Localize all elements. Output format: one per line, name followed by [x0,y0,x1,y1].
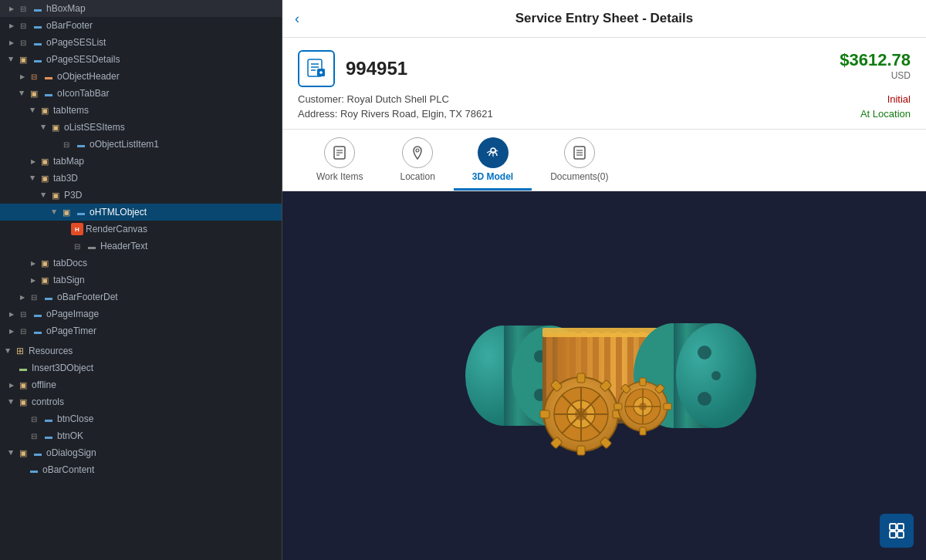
tree-item-oPageSESDetails[interactable]: ▶ ▣ ▬ oPageSESDetails [0,51,282,68]
arrow-hBoxMap: ▶ [6,3,17,14]
currency: USD [840,70,911,81]
tab-3d-model[interactable]: 3D Model [454,130,532,191]
tree-item-Insert3DObject[interactable]: ▶ ▬ Insert3DObject [0,359,282,376]
label-oObjectListItem1: oObjectListItem1 [90,139,159,150]
tabs-bar: Work Items Location 3D Model [282,130,926,191]
icon2-oObjectListItem1: ▬ [75,138,87,150]
label-controls: controls [32,396,64,407]
detail-title: Service Entry Sheet - Details [515,11,694,26]
icon2-oBarFooter: ▬ [32,19,44,32]
icon-oHTMLObject: ▣ [60,206,73,218]
label-btnClose: btnClose [57,413,93,424]
svg-rect-66 [614,403,622,410]
label-offline: offline [32,380,56,390]
svg-rect-63 [640,378,646,386]
arrow-resources: ▶ [3,346,14,356]
icon2-oPageSESDetails: ▬ [32,53,44,66]
detail-header: ‹ Service Entry Sheet - Details [282,0,926,38]
tree-item-oPageTimer[interactable]: ▶ ⊟ ▬ oPageTimer [0,322,282,339]
icon2-oObjectHeader: ▬ [42,70,55,83]
tree-item-tabMap[interactable]: ▶ ▣ tabMap [0,153,282,170]
icon-oBarContent: ▬ [28,464,40,476]
tab-location-icon [402,137,433,168]
tree-item-oPageImage[interactable]: ▶ ⊟ ▬ oPageImage [0,305,282,322]
arrow-tab3D: ▶ [28,173,39,184]
label-Insert3DObject: Insert3DObject [32,363,93,373]
tree-item-oHTMLObject[interactable]: ▶ ▣ ▬ oHTMLObject [0,204,282,221]
tree-item-tabItems[interactable]: ▶ ▣ tabItems [0,102,282,119]
arrow-oDialogSign: ▶ [6,447,17,458]
tree-item-resources[interactable]: ▶ ⊞ Resources [0,342,282,359]
icon2-oPageImage: ▬ [32,308,44,320]
tree-item-oBarFooterDet[interactable]: ▶ ⊟ ▬ oBarFooterDet [0,288,282,305]
label-oBarContent: oBarContent [42,464,94,475]
icon2-btnOK: ▬ [42,430,55,442]
tree-item-btnOK[interactable]: ▶ ⊟ ▬ btnOK [0,427,282,444]
icon-btnOK: ⊟ [28,430,40,442]
svg-rect-47 [577,373,585,383]
label-RenderCanvas: RenderCanvas [86,224,147,234]
svg-rect-64 [640,427,646,435]
tree-item-tabDocs[interactable]: ▶ ▣ tabDocs [0,255,282,272]
icon-oBarFooterDet: ⊟ [28,291,40,303]
back-button[interactable]: ‹ [295,11,299,27]
label-P3D: P3D [64,190,82,201]
status-location: At Location [860,108,911,120]
doc-icon-box [298,50,335,87]
3d-model-svg [411,252,797,499]
tree-item-tabSign[interactable]: ▶ ▣ tabSign [0,272,282,288]
tree-item-btnClose[interactable]: ▶ ⊟ ▬ btnClose [0,410,282,427]
svg-rect-50 [540,410,549,418]
tree-item-oDialogSign[interactable]: ▶ ▣ ▬ oDialogSign [0,444,282,461]
tab-work-items[interactable]: Work Items [298,130,381,191]
label-tabItems: tabItems [53,105,89,116]
arrow-oPageImage: ▶ [6,309,17,319]
tree-item-controls[interactable]: ▶ ▣ controls [0,393,282,410]
icon-oObjectListItem1: ⊟ [60,138,73,150]
label-resources: Resources [29,346,73,356]
tree-item-oListSESItems[interactable]: ▶ ▣ oListSESItems [0,119,282,136]
tree-item-HeaderText[interactable]: ▶ ⊟ ▬ HeaderText [0,238,282,255]
icon2-oPageTimer: ▬ [32,325,44,337]
icon-tabSign: ▣ [39,274,51,286]
model-area [282,191,926,560]
tree-item-P3D[interactable]: ▶ ▣ P3D [0,187,282,204]
icon-resources: ⊞ [14,345,26,357]
icon-P3D: ▣ [49,189,62,201]
label-btnOK: btnOK [57,430,83,441]
label-oListSESItems: oListSESItems [64,122,125,133]
svg-point-11 [416,149,419,152]
tree-item-oBarContent[interactable]: ▶ ▬ oBarContent [0,461,282,478]
label-tabMap: tabMap [53,156,84,167]
tree-item-oBarFooter[interactable]: ▶ ⊟ ▬ oBarFooter [0,17,282,34]
icon2-oDialogSign: ▬ [32,447,44,459]
label-oPageTimer: oPageTimer [46,326,96,336]
arrow-offline: ▶ [6,380,17,390]
tree-view: ▶ ⊟ ▬ hBoxMap ▶ ⊟ ▬ oBarFooter ▶ ⊟ ▬ oPa… [0,0,282,560]
info-right: $3612.78 USD [840,50,911,81]
tree-item-tab3D[interactable]: ▶ ▣ tab3D [0,170,282,187]
label-oPageSESDetails: oPageSESDetails [46,54,120,65]
tree-item-oObjectHeader[interactable]: ▶ ⊟ ▬ oObjectHeader [0,68,282,85]
icon-Insert3DObject: ▬ [17,362,29,374]
tree-item-oPageSESList[interactable]: ▶ ⊟ ▬ oPageSESList [0,34,282,51]
icon-oPageTimer: ⊟ [17,325,29,337]
tree-item-RenderCanvas[interactable]: ▶ H RenderCanvas [0,221,282,238]
tab-location[interactable]: Location [381,130,453,191]
tab-location-label: Location [400,171,434,182]
svg-rect-48 [577,446,585,455]
tree-item-offline[interactable]: ▶ ▣ offline [0,376,282,393]
label-oPageImage: oPageImage [46,309,99,319]
arrow-oPageSESList: ▶ [6,37,17,48]
icon2-HeaderText: ▬ [86,240,98,252]
label-oPageSESList: oPageSESList [46,37,106,48]
icon-oPageSESList: ⊟ [17,36,29,49]
tree-item-oIconTabBar[interactable]: ▶ ▣ ▬ oIconTabBar [0,85,282,102]
tab-documents-label: Documents(0) [550,171,608,182]
tree-item-hBoxMap[interactable]: ▶ ⊟ ▬ hBoxMap [0,0,282,17]
tab-documents[interactable]: Documents(0) [532,130,627,191]
icon-offline: ▣ [17,379,29,391]
model-action-button[interactable] [880,514,914,548]
label-oBarFooter: oBarFooter [46,20,93,31]
tree-item-oObjectListItem1[interactable]: ▶ ⊟ ▬ oObjectListItem1 [0,136,282,153]
